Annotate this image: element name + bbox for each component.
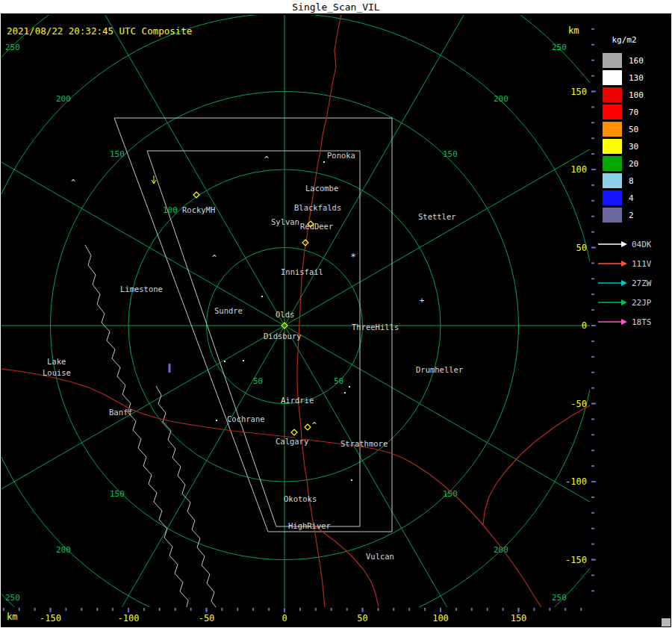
range-label: 200 bbox=[56, 545, 71, 555]
radar-viewer-window: Single_Scan_VIL 250200150100250200150150… bbox=[0, 0, 672, 628]
range-label: 250 bbox=[5, 593, 20, 603]
town-dot-marker bbox=[349, 386, 350, 388]
city-label-reddeer: RedDeer bbox=[300, 222, 333, 231]
legend-color-swatch bbox=[603, 190, 622, 205]
y-axis-label: 0 bbox=[582, 320, 587, 331]
legend-color-swatch bbox=[603, 156, 622, 171]
storm-vector-id: 27ZW bbox=[632, 279, 652, 288]
y-axis-label: 100 bbox=[570, 164, 587, 175]
city-label-airdrie: Airdrie bbox=[281, 396, 314, 405]
legend-value: 2 bbox=[629, 211, 634, 220]
city-label-rockymh: RockyMH bbox=[182, 205, 215, 214]
legend-entry: 30 bbox=[603, 139, 644, 154]
range-label: 250 bbox=[552, 593, 567, 603]
highway bbox=[311, 523, 379, 607]
legend-color-swatch bbox=[603, 139, 622, 154]
city-label-sylvan: Sylvan bbox=[271, 217, 299, 226]
color-scale: 16013010070503020842 bbox=[603, 53, 644, 225]
city-label-limestone: Limestone bbox=[120, 285, 163, 293]
legend-color-swatch bbox=[603, 87, 622, 102]
x-axis-label: 150 bbox=[511, 613, 527, 624]
legend-color-swatch bbox=[603, 70, 622, 85]
city-label-blackfalds: Blackfalds bbox=[294, 203, 341, 212]
highway bbox=[302, 439, 541, 607]
legend-entry: 160 bbox=[603, 53, 644, 68]
city-label-cochrane: Cochrane bbox=[227, 414, 265, 423]
legend-color-swatch bbox=[603, 105, 622, 119]
storm-vector-id: 18TS bbox=[632, 317, 652, 327]
legend-value: 130 bbox=[629, 73, 644, 83]
legend-entry: 4 bbox=[603, 190, 644, 205]
legend-value: 70 bbox=[629, 108, 638, 117]
legend-color-swatch bbox=[603, 122, 622, 137]
city-label-innisfail: Innisfail bbox=[281, 267, 323, 276]
highway bbox=[483, 405, 590, 525]
town-dot-marker bbox=[344, 392, 346, 394]
radar-map-canvas: 2502001501002502001501502002501502002505… bbox=[1, 1, 672, 628]
y-axis-label: 150 bbox=[570, 87, 587, 97]
town-dot-marker bbox=[261, 296, 263, 297]
legend-value: 100 bbox=[629, 90, 644, 100]
storm-vector-04dk: 04DK bbox=[598, 240, 652, 249]
province-border bbox=[85, 245, 188, 607]
y-axis-unit-label: km bbox=[568, 25, 579, 36]
city-label-lake: Lake bbox=[47, 357, 66, 366]
city-label-stettler: Stettler bbox=[418, 212, 456, 221]
range-ring-200 bbox=[1, 13, 597, 628]
storm-vector-22jp: 22JP bbox=[598, 298, 652, 308]
range-label: 250 bbox=[552, 43, 567, 52]
peak-marker: ^ bbox=[312, 421, 317, 429]
city-label-strathmore: Strathmore bbox=[340, 439, 388, 448]
city-label-olds: Olds bbox=[276, 310, 294, 319]
x-axis-label: -50 bbox=[199, 613, 215, 624]
legend-value: 8 bbox=[629, 176, 634, 186]
radar-site-icon bbox=[305, 424, 311, 430]
y-axis-label: 50 bbox=[576, 243, 587, 253]
range-label: 50 bbox=[334, 376, 343, 386]
range-label: 150 bbox=[443, 149, 458, 159]
resize-grip[interactable] bbox=[662, 618, 671, 627]
range-label: 200 bbox=[56, 94, 71, 104]
window-title: Single_Scan_VIL bbox=[1, 1, 671, 13]
town-dot-marker bbox=[243, 360, 244, 361]
storm-vector-arrowhead-icon bbox=[621, 261, 627, 267]
range-label: 250 bbox=[5, 43, 20, 52]
legend-value: 4 bbox=[629, 193, 634, 203]
city-label-okotoks: Okotoks bbox=[284, 494, 317, 503]
x-axis-label: -100 bbox=[118, 613, 140, 624]
city-label-didsbury: Didsbury bbox=[264, 332, 302, 341]
asterisk-marker: * bbox=[350, 252, 355, 262]
city-label-louise: Louise bbox=[43, 368, 71, 377]
highway bbox=[1, 369, 295, 438]
peak-marker: ^ bbox=[212, 254, 217, 262]
storm-vector-arrowhead-icon bbox=[621, 299, 627, 305]
x-axis-label: 0 bbox=[281, 613, 287, 624]
city-label-ponoka: Ponoka bbox=[327, 151, 355, 160]
storm-vector-arrowhead-icon bbox=[621, 241, 627, 247]
city-label-calgary: Calgary bbox=[276, 437, 308, 446]
storm-vector-arrowhead-icon bbox=[621, 280, 627, 286]
legend-value: 20 bbox=[629, 159, 638, 169]
city-label-vulcan: Vulcan bbox=[366, 552, 394, 561]
legend-entry: 100 bbox=[603, 87, 644, 102]
legend-color-swatch bbox=[603, 173, 622, 188]
legend-entry: 20 bbox=[603, 156, 644, 171]
range-label: 150 bbox=[443, 489, 458, 499]
legend-value: 50 bbox=[629, 125, 638, 134]
y-axis-label: -150 bbox=[565, 555, 587, 565]
peak-marker: ^ bbox=[264, 155, 269, 164]
x-axis-unit-label: km bbox=[7, 612, 17, 622]
city-label-sundre: Sundre bbox=[214, 306, 243, 315]
y-axis-label: -100 bbox=[565, 476, 587, 487]
city-label-threehills: ThreeHills bbox=[352, 323, 399, 332]
town-dot-marker bbox=[216, 420, 217, 421]
storm-vector-id: 22JP bbox=[632, 298, 652, 308]
plus-marker: + bbox=[420, 296, 425, 305]
legend-unit-label: kg/m2 bbox=[601, 35, 647, 45]
highway bbox=[297, 14, 341, 607]
storm-vector-id: 04DK bbox=[632, 240, 652, 249]
storm-vector-arrowhead-icon bbox=[621, 319, 627, 325]
x-axis-label: 100 bbox=[432, 613, 449, 624]
range-label: 150 bbox=[110, 149, 125, 159]
range-label: 150 bbox=[110, 489, 125, 499]
